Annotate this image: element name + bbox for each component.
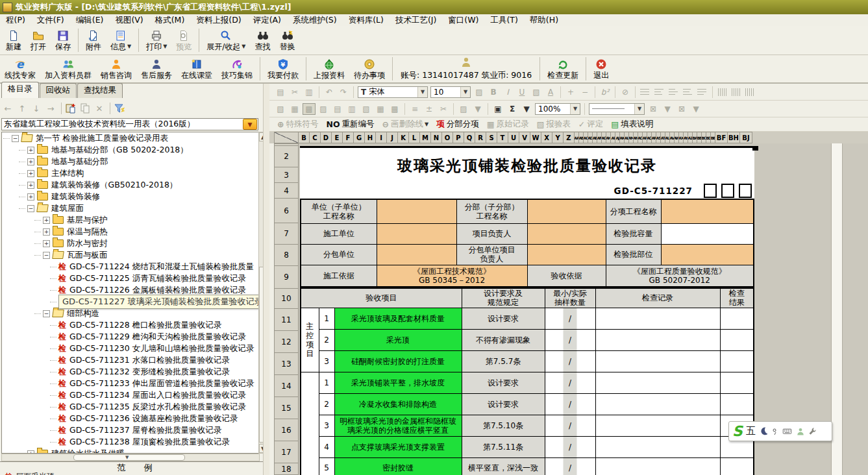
column-header-AV[interactable]: AV: [670, 132, 675, 143]
expand-icon[interactable]: +: [27, 158, 34, 165]
info-cell-value[interactable]: [527, 223, 606, 244]
column-header-AQ[interactable]: AQ: [647, 132, 652, 143]
column-header-AI[interactable]: AI: [611, 132, 615, 143]
toolbar-button-binoculars-flash[interactable]: 替换: [275, 29, 300, 52]
tab-回收站[interactable]: 回收站: [40, 83, 77, 98]
tree-item[interactable]: 检GD-C5-711225 沥青瓦铺装检验批质量验收记录: [2, 273, 259, 284]
column-header-M[interactable]: M: [420, 132, 431, 143]
select-all-corner[interactable]: [274, 132, 299, 143]
collapse-icon[interactable]: −: [27, 205, 34, 212]
column-header-C[interactable]: C: [310, 132, 321, 143]
column-header-B[interactable]: B: [299, 132, 310, 143]
row-header-10[interactable]: 10: [274, 289, 299, 309]
catalog-dropdown[interactable]: 东省建筑工程竣工验收技术资料统一用表（2016版） ▼: [1, 118, 258, 130]
column-header-X[interactable]: X: [541, 132, 552, 143]
filter-funnel-icon[interactable]: [113, 102, 126, 115]
menu-item-10[interactable]: 窗口(W): [442, 14, 484, 27]
tree-item[interactable]: 检GD-C5-711228 檐口检验批质量验收记录: [2, 319, 259, 331]
check-record-cell[interactable]: [595, 457, 720, 475]
column-header-AY[interactable]: AY: [684, 132, 688, 143]
column-header-Q[interactable]: Q: [464, 132, 475, 143]
menu-item-9[interactable]: 技术工艺(J): [390, 14, 442, 27]
check-record-cell[interactable]: [595, 415, 720, 436]
tree-item[interactable]: 检GD-C5-711224 烧结瓦和混凝土瓦铺装检验批质量: [2, 261, 259, 273]
check-result-cell[interactable]: [720, 350, 754, 372]
person-icon[interactable]: [796, 427, 805, 436]
row-header-9[interactable]: 9: [274, 266, 299, 289]
column-header-BE[interactable]: BE: [711, 132, 715, 143]
chevron-down-icon[interactable]: ▼: [634, 104, 644, 114]
tree-item[interactable]: +地基与基础分部（GB 50202-2018）: [2, 144, 259, 156]
check-result-cell[interactable]: [720, 393, 754, 415]
column-header-AX[interactable]: AX: [679, 132, 684, 143]
chevron-down-icon[interactable]: ▼: [460, 87, 470, 97]
info-cell-value[interactable]: [377, 199, 456, 223]
check-record-cell[interactable]: [595, 308, 720, 329]
row-header-3[interactable]: 3: [274, 167, 299, 183]
column-header-T[interactable]: T: [497, 132, 508, 143]
row-header-17[interactable]: 17: [274, 441, 299, 463]
expand-icon[interactable]: +: [43, 217, 50, 224]
column-header-W[interactable]: W: [530, 132, 541, 143]
code-box-1[interactable]: [704, 184, 717, 198]
column-header-AM[interactable]: AM: [629, 132, 634, 143]
row-header-6[interactable]: 6: [274, 199, 299, 223]
line-style-select[interactable]: ▼: [589, 103, 645, 115]
column-header-K[interactable]: K: [398, 132, 409, 143]
column-header-Y[interactable]: Y: [552, 132, 564, 143]
sogou-logo-icon[interactable]: S: [732, 424, 743, 439]
column-header-E[interactable]: E: [332, 132, 343, 143]
column-header-AB[interactable]: AB: [579, 132, 584, 143]
column-header-AP[interactable]: AP: [643, 132, 647, 143]
input-method-bar[interactable]: S 五: [728, 421, 832, 441]
column-header-AN[interactable]: AN: [634, 132, 638, 143]
column-header-AS[interactable]: AS: [656, 132, 661, 143]
collapse-icon[interactable]: −: [12, 135, 19, 142]
tree-item[interactable]: −第一节 检验批施工质量验收记录用表: [2, 132, 259, 144]
menu-item-0[interactable]: 程(P): [0, 14, 31, 27]
chevron-down-icon[interactable]: ▼: [242, 42, 245, 51]
menu-item-4[interactable]: 格式(M): [149, 14, 191, 27]
wubi-mode-label[interactable]: 五: [746, 425, 756, 437]
menu-item-2[interactable]: 编辑(E): [70, 14, 110, 27]
row-header-8[interactable]: 8: [274, 245, 299, 266]
toolbar-button-refresh[interactable]: 检查更新: [543, 57, 583, 80]
code-box-3[interactable]: [739, 184, 752, 198]
expand-icon[interactable]: +: [27, 147, 34, 154]
tab-格目录[interactable]: 格目录: [1, 82, 39, 98]
menu-item-12[interactable]: 帮助(H): [524, 14, 564, 27]
info-cell-value[interactable]: [661, 244, 754, 265]
font-size-select[interactable]: 10▼: [430, 86, 471, 98]
column-header-U[interactable]: U: [508, 132, 519, 143]
check-result-cell[interactable]: [720, 372, 754, 393]
check-result-cell[interactable]: [720, 457, 754, 475]
tree-item[interactable]: 检GD-C5-711235 反梁过水孔检验批质量验收记录: [2, 401, 259, 413]
toolbar-button-person-orange[interactable]: 销售咨询: [96, 57, 136, 80]
column-header-I[interactable]: I: [376, 132, 387, 143]
keyboard-icon[interactable]: [782, 426, 793, 436]
tree-item[interactable]: −细部构造: [2, 308, 259, 319]
row-header-13[interactable]: 13: [274, 353, 299, 375]
column-header-F[interactable]: F: [343, 132, 354, 143]
tree-item[interactable]: +地基与基础分部: [2, 156, 259, 167]
tree-item[interactable]: 检GD-C5-711236 设施基座检验批质量验收记录: [2, 413, 259, 424]
column-header-G[interactable]: G: [354, 132, 365, 143]
action-no-badge[interactable]: NO重新编号: [326, 119, 374, 130]
toolbar-button-info-book[interactable]: 信息▼: [106, 29, 136, 52]
document-title-block[interactable]: 玻璃采光顶铺装检验批质量验收记录: [300, 146, 754, 183]
info-cell-value[interactable]: [377, 223, 456, 244]
toolbar-button-people-group[interactable]: 加入资料员群: [40, 57, 96, 80]
collapse-icon[interactable]: −: [43, 252, 50, 259]
toolbar-button-online-book[interactable]: 在线课堂: [177, 57, 217, 80]
tree-item[interactable]: +基层与保护: [2, 214, 259, 226]
column-header-AC[interactable]: AC: [584, 132, 588, 143]
chevron-down-icon[interactable]: ▼: [163, 42, 167, 51]
check-result-cell[interactable]: [720, 308, 754, 329]
tree-item[interactable]: +建筑给水排水及供暖: [2, 448, 259, 454]
tree-item[interactable]: 检GD-C5-711233 伸出屋面管道检验批质量验收记录: [2, 378, 259, 389]
menu-item-11[interactable]: 工具(T): [484, 14, 523, 27]
tree-item[interactable]: +主体结构: [2, 167, 259, 179]
scroll-thumb[interactable]: [73, 454, 185, 461]
code-box-2[interactable]: [721, 184, 734, 198]
toolbar-button-open-folder[interactable]: 打开: [26, 29, 51, 52]
